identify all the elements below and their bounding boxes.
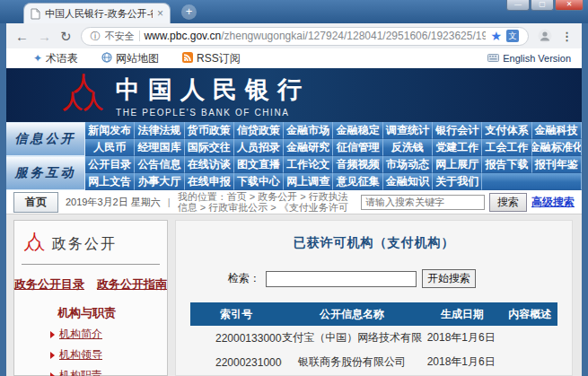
sidebar-item-org-duties[interactable]: 机构职责 [22,368,160,376]
reload-icon[interactable]: ↻ [60,30,72,43]
nav-item[interactable]: 在线申报 [185,173,234,190]
sidebar-item-org-leaders[interactable]: 机构领导 [22,347,160,363]
nav-item[interactable]: 办事大厅 [135,173,184,190]
chrome-menu-icon[interactable]: ⋮ [561,30,573,43]
nav-item[interactable]: 报刊年鉴 [532,156,582,173]
browser-tab[interactable]: 中国人民银行-政务公开-行政执 × [23,3,171,23]
address-bar[interactable]: ⓘ 不安全 www.pbc.gov.cn/zhengwugongkai/1279… [81,27,529,46]
nav-item[interactable]: 音频视频 [333,156,382,173]
browser-window: 中国人民银行-政务公开-行政执 × + — ▢ ✕ ← → ↻ ⓘ 不安全 ww… [0,0,588,376]
close-tab-icon[interactable]: × [157,8,163,19]
nav-item[interactable]: 党建工作 [433,139,482,156]
profile-avatar-icon[interactable] [538,29,552,43]
security-label: 不安全 [105,30,135,43]
nav-group-service-interaction[interactable]: 服务互动 [6,156,85,190]
cell-name[interactable]: 银联商务股份有限公司 [282,350,421,374]
nav-item[interactable]: 支付体系 [482,122,531,139]
sidebar-link-disclosure-guide[interactable]: 政务公开指南 [97,276,167,293]
start-search-button[interactable]: 开始搜索 [422,269,476,288]
cell-name[interactable]: 支付宝（中国）网络技术有限公司 [282,326,421,350]
nav-item[interactable]: 意见征集 [333,173,382,190]
nav-item[interactable]: 工作论文 [284,156,333,173]
svg-text:人: 人 [83,90,103,112]
info-icon[interactable]: ⓘ [91,30,101,43]
nav-item[interactable]: 货币政策 [185,122,234,139]
nav-filler [482,173,582,190]
col-header-desc: 内容概述 [503,302,557,326]
advanced-search-link[interactable]: 高级搜索 [531,195,575,210]
site-header: 人人人 中国人民银行 THE PEOPLE'S BANK OF CHINA [6,68,582,122]
window-controls: — ▢ ✕ [505,0,584,11]
breadcrumb[interactable]: 我的位置：首页 > 政务公开 > 行政执法信息 > 行政审批公示 > 《支付业务… [178,191,354,213]
nav-item[interactable]: 金融知识 [383,173,433,190]
arrow-bullet-icon [50,372,55,376]
retrieve-label: 检索： [228,271,260,286]
table-row[interactable]: 22000231000010 银联商务股份有限公司 2018年1月6日 [190,350,557,374]
pbc-logo-small-icon: 人人人 [23,232,45,257]
english-version-link[interactable]: English Version [487,53,571,64]
bookmark-star-icon[interactable]: ★ [490,29,502,43]
nav-item[interactable]: 公告信息 [135,156,184,173]
sidebar-link-disclosure-directory[interactable]: 政务公开目录 [14,276,84,293]
nav-item[interactable]: 法律法规 [135,122,184,139]
nav-item[interactable]: 金融研究 [284,139,333,156]
nav-item[interactable]: 图文直播 [234,156,284,173]
home-button[interactable]: 首页 [13,192,58,213]
site-search-input[interactable] [361,195,485,210]
nav-item[interactable]: 下载中心 [234,173,284,190]
nav-item[interactable]: 国际交往 [185,139,234,156]
nav-item[interactable]: 网上文告 [85,173,135,190]
back-icon[interactable]: ← [15,30,29,43]
window-frame: ← → ↻ ⓘ 不安全 www.pbc.gov.cn/zhengwugongka… [0,23,588,376]
sidebar: 人人人 政务公开 政务公开目录 政务公开指南 机构与职责 机构简介 [13,220,168,376]
retrieve-row: 检索： 开始搜索 [228,269,572,288]
nav-item[interactable]: 在线访谈 [185,156,234,173]
col-header-index: 索引号 [190,302,282,326]
minimize-button[interactable]: — [506,0,530,11]
nav-item[interactable]: 金融市场 [284,122,333,139]
retrieve-input[interactable] [266,271,417,287]
site-search-button[interactable]: 搜索 [489,193,527,212]
glossary-link[interactable]: ✦ 术语表 [33,51,78,66]
english-version-label: English Version [503,53,571,64]
nav-item[interactable]: 网上调查 [284,173,333,190]
nav-item[interactable]: 征信管理 [333,139,382,156]
sitemap-link[interactable]: 网站地图 [101,51,159,66]
nav-item[interactable]: 工会工作 [482,139,531,156]
table-row[interactable]: 22000133000019 支付宝（中国）网络技术有限公司 2018年1月6日 [190,326,557,350]
nav-group-info-disclosure[interactable]: 信息公开 [6,122,85,156]
new-tab-button[interactable]: + [181,4,197,20]
cell-date: 2018年1月6日 [422,326,503,350]
nav-item[interactable]: 市场动态 [383,156,433,173]
nav-item[interactable]: 人员招录 [234,139,284,156]
translate-icon[interactable]: 文 [506,30,519,42]
sidebar-section-organization: 机构与职责 机构简介 机构领导 机构职责 机构 [22,305,160,376]
pbc-logo-icon: 人人人 [62,72,103,118]
sidebar-section-title: 机构与职责 [22,305,160,321]
nav-item[interactable]: 人民币 [85,139,135,156]
arrow-bullet-icon [50,331,55,338]
nav-item[interactable]: 关于我们 [433,173,482,190]
sidebar-item-org-intro[interactable]: 机构简介 [22,327,160,342]
maximize-button[interactable]: ▢ [531,0,554,11]
nav-item[interactable]: 公开目录 [85,156,135,173]
glossary-label: 术语表 [46,51,78,66]
licensed-institutions-table: 索引号 公开信息名称 生成日期 内容概述 22000133000019 支付宝（… [190,302,557,376]
breadcrumb-bar: 首页 2019年3月2日 星期六 | 我的位置：首页 > 政务公开 > 行政执法… [6,190,582,214]
nav-item[interactable]: 金融标准化 [532,139,582,156]
date-separator: | [168,197,171,207]
titlebar: 中国人民银行-政务公开-行政执 × + — ▢ ✕ [0,0,588,23]
nav-item[interactable]: 金融科技 [532,122,582,139]
nav-item[interactable]: 金融稳定 [333,122,382,139]
rss-link[interactable]: RSS订阅 [182,51,241,66]
nav-item[interactable]: 反洗钱 [383,139,433,156]
nav-item[interactable]: 调查统计 [383,122,433,139]
nav-item[interactable]: 新闻发布 [85,122,135,139]
nav-item[interactable]: 报告下载 [482,156,531,173]
nav-item[interactable]: 银行会计 [433,122,482,139]
nav-item[interactable]: 网上展厅 [433,156,482,173]
close-window-button[interactable]: ✕ [555,0,584,11]
nav-item[interactable]: 经理国库 [135,139,184,156]
nav-item[interactable]: 信贷政策 [234,122,284,139]
forward-icon[interactable]: → [38,30,51,43]
